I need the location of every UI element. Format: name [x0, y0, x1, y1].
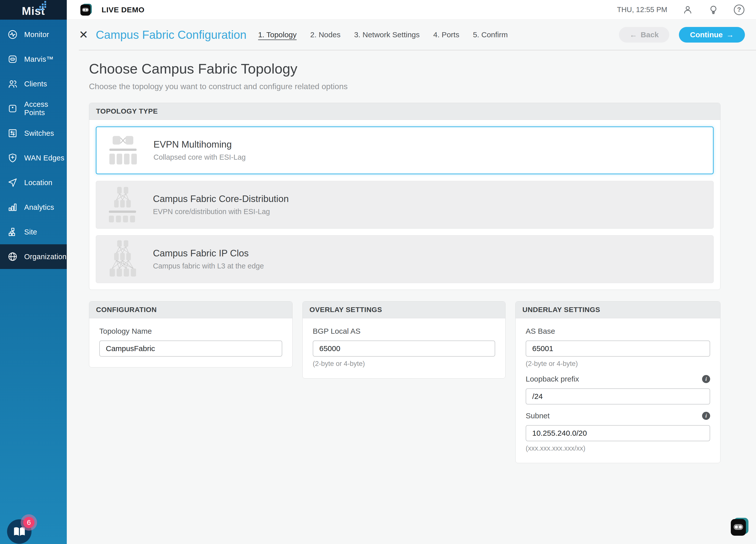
continue-button[interactable]: Continue →	[679, 27, 745, 43]
clients-icon	[7, 78, 18, 89]
marvis-icon	[7, 54, 18, 65]
as-base-input[interactable]	[526, 340, 710, 357]
overlay-settings-panel: OVERLAY SETTINGS BGP Local AS (2-byte or…	[302, 301, 506, 378]
marvis-bot-icon	[731, 518, 748, 536]
lightbulb-icon	[708, 5, 719, 15]
location-icon	[7, 177, 18, 188]
sidebar-item-monitor[interactable]: Monitor	[0, 22, 67, 47]
documentation-fab[interactable]: 6	[7, 519, 31, 544]
help-icon: ?	[734, 5, 744, 15]
loopback-prefix-label: Loopback prefix i	[526, 375, 710, 383]
monitor-icon	[7, 29, 18, 40]
subnet-label: Subnet i	[526, 411, 710, 420]
back-button-label: Back	[641, 30, 659, 39]
whats-new-button[interactable]	[708, 5, 719, 15]
topbar-right: THU, 12:55 PM ?	[617, 5, 744, 15]
topology-name-label: Topology Name	[99, 327, 282, 335]
step-ports[interactable]: 4. Ports	[433, 30, 459, 39]
switches-icon	[7, 128, 18, 139]
overlay-settings-header: OVERLAY SETTINGS	[303, 301, 505, 318]
wizard-content: Choose Campus Fabric Topology Choose the…	[67, 50, 720, 463]
sidebar-item-clients[interactable]: Clients	[0, 72, 67, 96]
account-button[interactable]	[682, 5, 693, 15]
ip-clos-icon	[107, 240, 138, 278]
wizard-title: Campus Fabric Configuration	[96, 28, 246, 42]
help-button[interactable]: ?	[734, 5, 744, 15]
live-demo-brand[interactable]: LIVE DEMO	[80, 4, 144, 16]
topology-option-ip-clos[interactable]: Campus Fabric IP Clos Campus fabric with…	[96, 235, 714, 283]
topology-type-panel: TOPOLOGY TYPE	[89, 103, 720, 290]
sidebar-item-wan-edges[interactable]: WAN Edges	[0, 146, 67, 170]
sidebar-item-analytics[interactable]: Analytics	[0, 195, 67, 220]
topology-type-header: TOPOLOGY TYPE	[89, 103, 720, 120]
marvis-assistant-fab[interactable]	[731, 518, 748, 537]
analytics-icon	[7, 202, 18, 213]
as-base-label: AS Base	[526, 327, 710, 335]
topology-option-evpn-multihoming[interactable]: EVPN Multihoming Collapsed core with ESI…	[96, 127, 714, 174]
core-distribution-icon	[107, 187, 138, 223]
sidebar-item-access-points[interactable]: Access Points	[0, 96, 67, 121]
wizard-header: ✕ Campus Fabric Configuration 1. Topolog…	[79, 20, 756, 50]
configuration-panel: CONFIGURATION Topology Name	[89, 301, 293, 367]
sidebar: Mist Monitor Marvis™ C	[0, 0, 67, 544]
back-arrow-icon: ←	[629, 30, 637, 39]
page-title: Choose Campus Fabric Topology	[89, 60, 720, 77]
marvis-bot-icon	[80, 4, 92, 16]
subnet-input[interactable]	[526, 425, 710, 441]
underlay-settings-header: UNDERLAY SETTINGS	[516, 301, 720, 318]
topology-option-subtitle: Campus fabric with L3 at the edge	[153, 262, 264, 270]
access-points-icon	[7, 103, 18, 114]
sidebar-item-location[interactable]: Location	[0, 170, 67, 195]
subnet-hint: (xxx.xxx.xxx.xxx/xx)	[526, 444, 710, 452]
loopback-prefix-input[interactable]	[526, 388, 710, 404]
mist-logo-pixels-icon	[37, 1, 48, 11]
step-confirm[interactable]: 5. Confirm	[473, 30, 508, 39]
bgp-local-as-hint: (2-byte or 4-byte)	[313, 360, 495, 368]
topology-name-input[interactable]	[99, 340, 282, 357]
as-base-hint: (2-byte or 4-byte)	[526, 360, 710, 368]
sidebar-item-switches[interactable]: Switches	[0, 121, 67, 146]
close-icon[interactable]: ✕	[79, 29, 88, 40]
wizard-steps: 1. Topology 2. Nodes 3. Network Settings…	[258, 30, 508, 39]
topbar: LIVE DEMO THU, 12:55 PM ?	[67, 0, 756, 20]
topology-option-subtitle: EVPN core/distribution with ESI-Lag	[153, 208, 289, 216]
step-network-settings[interactable]: 3. Network Settings	[354, 30, 420, 39]
person-icon	[682, 5, 693, 15]
back-button[interactable]: ← Back	[619, 27, 669, 43]
clock: THU, 12:55 PM	[617, 6, 667, 14]
main-area: ✕ Campus Fabric Configuration 1. Topolog…	[67, 20, 756, 544]
brand-text: LIVE DEMO	[102, 6, 144, 14]
open-book-icon	[13, 525, 26, 538]
sidebar-nav: Monitor Marvis™ Clients Access Points Sw…	[0, 20, 67, 269]
continue-button-label: Continue	[690, 30, 723, 39]
evpn-multihoming-icon	[108, 136, 138, 165]
configuration-header: CONFIGURATION	[89, 301, 292, 318]
topology-option-title: EVPN Multihoming	[153, 139, 246, 150]
site-icon	[7, 227, 18, 238]
bgp-local-as-label: BGP Local AS	[313, 327, 495, 335]
bgp-local-as-input[interactable]	[313, 340, 495, 357]
step-nodes[interactable]: 2. Nodes	[310, 30, 340, 39]
loopback-prefix-info-icon[interactable]: i	[702, 375, 710, 383]
subnet-info-icon[interactable]: i	[702, 412, 710, 420]
wan-edges-icon	[7, 152, 18, 164]
settings-panels: CONFIGURATION Topology Name OVERLAY SETT…	[89, 301, 720, 463]
continue-arrow-icon: →	[726, 30, 734, 39]
underlay-settings-panel: UNDERLAY SETTINGS AS Base (2-byte or 4-b…	[515, 301, 720, 463]
organization-icon	[7, 251, 18, 262]
sidebar-item-site[interactable]: Site	[0, 220, 67, 244]
topology-option-core-distribution[interactable]: Campus Fabric Core-Distribution EVPN cor…	[96, 181, 714, 229]
topology-option-title: Campus Fabric IP Clos	[153, 248, 264, 259]
sidebar-item-marvis[interactable]: Marvis™	[0, 47, 67, 72]
topology-option-title: Campus Fabric Core-Distribution	[153, 194, 289, 204]
mist-logo[interactable]: Mist	[0, 0, 67, 20]
sidebar-item-organization[interactable]: Organization	[0, 244, 67, 269]
page-subtitle: Choose the topology you want to construc…	[89, 82, 720, 91]
topology-type-body: EVPN Multihoming Collapsed core with ESI…	[89, 120, 720, 289]
topology-option-subtitle: Collapsed core with ESI-Lag	[153, 153, 246, 162]
step-topology[interactable]: 1. Topology	[258, 30, 297, 39]
notification-badge: 6	[23, 517, 35, 528]
